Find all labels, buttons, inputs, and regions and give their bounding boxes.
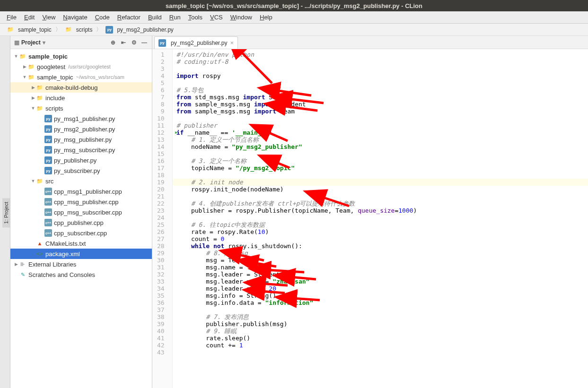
code-line[interactable] (176, 172, 417, 179)
tree-row[interactable]: c++cpp_msg1_publisher.cpp (10, 186, 152, 197)
tool-tab-project[interactable]: 1: Project (2, 198, 10, 227)
code-line[interactable]: msg.leader.name = "zhangsan" (176, 278, 417, 285)
tree-row[interactable]: pypy_subscriber.py (10, 165, 152, 176)
menu-navigate[interactable]: Navigate (60, 13, 90, 22)
tree-row[interactable]: c++cpp_publisher.cpp (10, 217, 152, 228)
code-line[interactable] (176, 150, 417, 157)
code-line[interactable]: rate = rospy.Rate(10) (176, 228, 417, 235)
tree-row[interactable]: <>package.xml (10, 249, 152, 259)
code-line[interactable]: msg.info = String() (176, 292, 417, 299)
menu-build[interactable]: Build (145, 13, 165, 22)
menu-view[interactable]: View (39, 13, 58, 22)
tree-row[interactable]: pypy_publisher.py (10, 155, 152, 165)
tree-row[interactable]: ▶⊪External Libraries (10, 259, 152, 269)
close-icon[interactable]: × (230, 39, 234, 46)
menu-run[interactable]: Run (167, 13, 184, 22)
menu-tools[interactable]: Tools (185, 13, 205, 22)
breadcrumb-item[interactable]: 📁sample_topic (4, 25, 54, 34)
menu-help[interactable]: Help (257, 13, 275, 22)
gear-icon[interactable]: ⚙ (130, 39, 138, 46)
project-tree[interactable]: ▼📁sample_topic▶📁googletest/usr/src/googl… (10, 49, 152, 388)
tree-row[interactable]: ▼📁scripts (10, 103, 152, 113)
code-line[interactable]: # 4. 创建publisher发布者 ctrl+p可以提示待什么参数 (176, 200, 417, 207)
tree-row[interactable]: ▼📁sample_topic (10, 51, 152, 61)
code-line[interactable]: msg.leader.age = 20 (176, 285, 417, 292)
menu-refactor[interactable]: Refactor (114, 13, 143, 22)
code-line[interactable]: # 3. 定义一个名称 (176, 157, 417, 164)
code-line[interactable] (176, 115, 417, 122)
breadcrumb-item[interactable]: 📁scripts (62, 25, 96, 34)
tree-row[interactable]: pypy_msg_publisher.py (10, 134, 152, 145)
code-line[interactable]: # 5.导包 (176, 86, 417, 94)
code-line[interactable]: from sample_msgs.msg import Team (176, 108, 417, 115)
code-line[interactable]: topicName = "/py_msg2_topic" (176, 164, 417, 172)
tree-row[interactable]: ✎Scratches and Consoles (10, 269, 152, 280)
tree-label: CMakeLists.txt (45, 240, 86, 247)
code-line[interactable]: from sample_msgs.msg import Student (176, 101, 417, 108)
tree-arrow-icon[interactable]: ▶ (30, 95, 36, 100)
menu-file[interactable]: File (4, 13, 19, 22)
code-line[interactable]: count = 0 (176, 235, 417, 242)
menu-edit[interactable]: Edit (21, 13, 37, 22)
tree-arrow-icon[interactable]: ▼ (22, 75, 27, 79)
tree-row[interactable]: ▶📁googletest/usr/src/googletest (10, 61, 152, 72)
hide-icon[interactable]: — (140, 39, 148, 46)
code-line[interactable]: msg.info.data = "information" (176, 299, 417, 306)
code-line[interactable] (176, 79, 417, 86)
code-line[interactable]: publisher.publish(msg) (176, 320, 417, 328)
tree-arrow-icon[interactable]: ▼ (30, 106, 36, 111)
code-line[interactable]: # publisher (176, 122, 417, 129)
code-line[interactable]: publisher = rospy.Publisher(topicName, T… (176, 207, 417, 214)
breadcrumb-item[interactable]: pypy_msg2_publisher.py (103, 25, 176, 34)
tree-row[interactable]: ▼📁sample_topic~/ws/ros_ws/src/sam (10, 72, 152, 82)
code-line[interactable] (176, 65, 417, 72)
code-line[interactable]: if __name__ == '__main__': (176, 129, 417, 136)
code-line[interactable] (176, 306, 417, 313)
code-line[interactable]: from std_msgs.msg import String (176, 94, 417, 101)
tree-row[interactable]: pypy_msg_subscriber.py (10, 145, 152, 155)
code-line[interactable]: rospy.init_node(nodeName) (176, 186, 417, 193)
code-line[interactable]: #!/usr/bin/env python (176, 51, 417, 58)
code-line[interactable]: nodeName = "py_msg2_publisher" (176, 143, 417, 150)
code-line[interactable]: # 1. 定义一个节点名称 (176, 136, 417, 143)
code-line[interactable]: # 6. 往topic中发布数据 (176, 221, 417, 228)
code-line[interactable]: rate.sleep() (176, 335, 417, 342)
tree-row[interactable]: pypy_msg1_publisher.py (10, 113, 152, 124)
code-line[interactable]: # 2. init node (173, 179, 588, 186)
tree-arrow-icon[interactable]: ▶ (30, 85, 36, 90)
code-line[interactable]: msg = Team() (176, 257, 417, 264)
code-line[interactable]: msg.name = "wolf" (176, 264, 417, 271)
code-line[interactable]: count += 1 (176, 342, 417, 349)
menu-window[interactable]: Window (228, 13, 255, 22)
code-line[interactable] (176, 193, 417, 200)
code-editor[interactable]: 123456789101112▶131415161718192021222324… (152, 49, 588, 388)
tree-row[interactable]: pypy_msg2_publisher.py (10, 124, 152, 134)
tree-row[interactable]: ▶📁include (10, 93, 152, 103)
tree-arrow-icon[interactable]: ▼ (30, 179, 36, 183)
code-line[interactable]: # 8. 定义msg (176, 250, 417, 257)
target-icon[interactable]: ⊕ (109, 39, 117, 46)
tree-arrow-icon[interactable]: ▶ (22, 64, 27, 69)
tree-row[interactable]: c++cpp_msg_publisher.cpp (10, 197, 152, 207)
dropdown-icon[interactable]: ▾ (43, 39, 45, 46)
tree-row[interactable]: c++cpp_msg_subscriber.cpp (10, 207, 152, 217)
collapse-icon[interactable]: ⇤ (120, 39, 127, 46)
code-line[interactable] (176, 214, 417, 221)
editor-tab[interactable]: py py_msg2_publisher.py × (154, 36, 238, 49)
tree-arrow-icon[interactable]: ▶ (13, 262, 19, 267)
menu-vcs[interactable]: VCS (207, 13, 226, 22)
code-line[interactable] (176, 349, 417, 356)
code-line[interactable]: while not rospy.is_shutdown(): (176, 242, 417, 250)
code-line[interactable]: # 9. 睡眠 (176, 328, 417, 335)
code-line[interactable]: # 7. 发布消息 (176, 313, 417, 320)
code-line[interactable]: import rospy (176, 72, 417, 79)
tree-row[interactable]: ▶📁cmake-build-debug (10, 82, 152, 93)
menu-code[interactable]: Code (92, 13, 113, 22)
tree-row[interactable]: ▲CMakeLists.txt (10, 238, 152, 249)
tree-arrow-icon[interactable]: ▼ (13, 54, 19, 59)
code-line[interactable]: msg.leader = Student() (176, 271, 417, 278)
tree-row[interactable]: ▼📁src (10, 176, 152, 186)
tree-row[interactable]: c++cpp_subscriber.cpp (10, 228, 152, 238)
folder-icon: 📁 (36, 94, 44, 102)
code-line[interactable]: # coding:utf-8 (176, 58, 417, 65)
